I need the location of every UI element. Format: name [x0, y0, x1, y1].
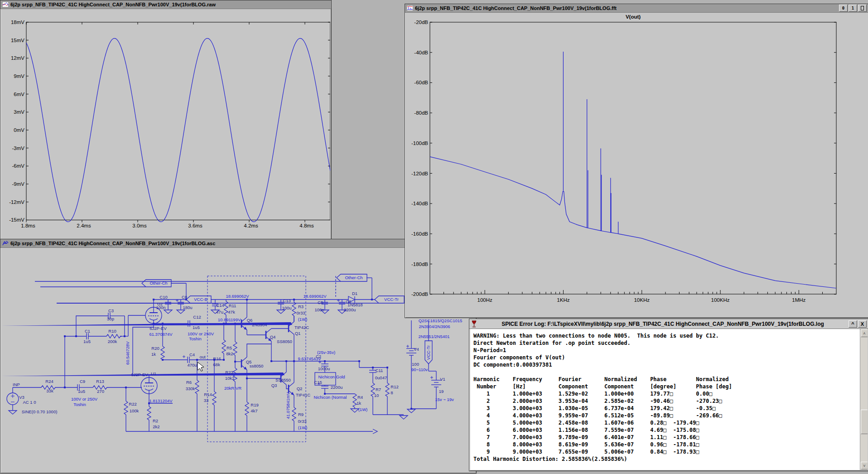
svg-text:4.2ms: 4.2ms: [244, 223, 258, 228]
log-text: WARNING: Less than two connections to no…: [470, 329, 868, 463]
desktop: { "windows": { "raw": { "title": "6j2p s…: [0, 0, 868, 474]
schematic-title: 6j2p srpp_NFB_TIP42C_41C HighConnect_CAP…: [10, 241, 215, 246]
scroll-up-icon[interactable]: ˄: [861, 329, 868, 337]
fft-window-icon: [407, 5, 413, 11]
waveform-title: 6j2p srpp_NFB_TIP42C_41C HighConnect_CAP…: [10, 2, 216, 7]
svg-text:-3mV: -3mV: [12, 145, 25, 151]
svg-text:6mV: 6mV: [14, 92, 24, 97]
svg-text:-12mV: -12mV: [9, 199, 24, 205]
svg-text:-160dB: -160dB: [411, 231, 428, 237]
waveform-plot-pane[interactable]: 18mV15mV12mV9mV6mV3mV0mV-3mV-6mV-9mV-12m…: [1, 9, 330, 238]
svg-text:-9mV: -9mV: [12, 181, 25, 187]
collapse-button[interactable]: ^: [849, 320, 857, 328]
svg-text:100KHz: 100KHz: [711, 297, 730, 303]
close-button[interactable]: X: [858, 320, 867, 328]
svg-text:-40dB: -40dB: [414, 50, 428, 55]
svg-text:18mV: 18mV: [11, 19, 24, 25]
scroll-thumb[interactable]: [861, 410, 868, 434]
svg-text:-60dB: -60dB: [414, 80, 428, 85]
wine-glass-icon: [471, 320, 477, 328]
log-content: WARNING: Less than two connections to no…: [470, 329, 868, 470]
fft-plot-pane[interactable]: V(out)-20dB-40dB-60dB-80dB-100dB-120dB-1…: [406, 13, 868, 317]
fft-title: 6j2p srpp_NFB_TIP42C_41C HighConnect_CAP…: [415, 5, 617, 11]
svg-text:100Hz: 100Hz: [477, 297, 492, 303]
svg-text:2.4ms: 2.4ms: [77, 223, 91, 228]
waveform-window-icon: [2, 2, 9, 7]
fft-titlebar[interactable]: 6j2p srpp_NFB_TIP42C_41C HighConnect_CAP…: [405, 4, 868, 13]
svg-text:-100dB: -100dB: [411, 140, 428, 146]
svg-text:0mV: 0mV: [14, 127, 24, 133]
svg-text:-140dB: -140dB: [411, 201, 428, 206]
svg-text:-200dB: -200dB: [411, 291, 428, 297]
svg-text:4.8ms: 4.8ms: [299, 223, 314, 228]
svg-text:1KHz: 1KHz: [557, 297, 569, 303]
close-icon[interactable]: [858, 5, 867, 12]
log-titlebar[interactable]: SPICE Error Log: F:\LTspiceXVII\mylib\6j…: [469, 319, 868, 329]
svg-text:-120dB: -120dB: [411, 171, 428, 176]
svg-text:10KHz: 10KHz: [634, 297, 650, 303]
window-error-log: SPICE Error Log: F:\LTspiceXVII\mylib\6j…: [469, 319, 868, 471]
svg-text:3.6ms: 3.6ms: [188, 223, 203, 228]
svg-text:-180dB: -180dB: [411, 261, 428, 267]
svg-text:12mV: 12mV: [11, 55, 24, 61]
waveform-titlebar[interactable]: 6j2p srpp_NFB_TIP42C_41C HighConnect_CAP…: [0, 0, 331, 9]
log-title: SPICE Error Log: F:\LTspiceXVII\mylib\6j…: [479, 321, 847, 327]
log-scrollbar[interactable]: ˄ ˅: [860, 329, 868, 470]
svg-text:9mV: 9mV: [14, 73, 24, 79]
svg-text:1.8ms: 1.8ms: [21, 223, 35, 228]
svg-text:-6mV: -6mV: [12, 163, 25, 169]
minimize-button[interactable]: 0: [839, 5, 848, 12]
window-fft: 6j2p srpp_NFB_TIP42C_41C HighConnect_CAP…: [405, 4, 868, 318]
scroll-down-icon[interactable]: ˅: [861, 462, 868, 469]
svg-text:-20dB: -20dB: [414, 19, 428, 25]
svg-text:1MHz: 1MHz: [792, 297, 805, 303]
svg-text:V(out): V(out): [626, 14, 641, 19]
maximize-button[interactable]: 1: [849, 5, 857, 12]
svg-text:-80dB: -80dB: [414, 110, 428, 116]
svg-text:-15mV: -15mV: [9, 217, 24, 222]
svg-text:3.0ms: 3.0ms: [132, 223, 147, 228]
window-waveform: 6j2p srpp_NFB_TIP42C_41C HighConnect_CAP…: [0, 0, 332, 240]
svg-text:3mV: 3mV: [14, 109, 24, 115]
svg-text:15mV: 15mV: [11, 38, 24, 43]
schematic-window-icon: [2, 241, 9, 246]
